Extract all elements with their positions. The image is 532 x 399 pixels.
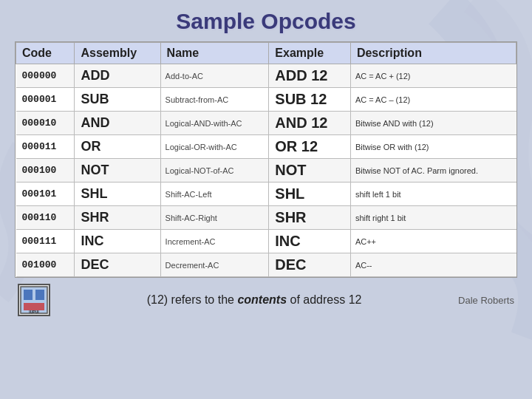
footer-text-before: (12) refers to the [147,293,238,306]
table-row: 001000DECDecrement-ACDECAC-- [16,253,516,277]
table-row: 000000ADDAdd-to-ACADD 12AC = AC + (12) [16,64,516,88]
cell-code: 000111 [16,230,75,253]
cell-code: 000100 [16,159,75,183]
cell-name: Logical-NOT-of-AC [160,159,269,183]
header-assembly: Assembly [75,43,160,64]
cell-example: AND 12 [269,112,351,135]
cell-name: Shift-AC-Right [160,206,269,230]
cell-assembly: SHR [75,206,160,230]
iupui-logo: IUPUI [18,284,50,316]
cell-example: DEC [269,253,351,277]
table-row: 000100NOTLogical-NOT-of-ACNOTBitwise NOT… [16,159,516,183]
opcodes-table-container: Code Assembly Name Example Description 0… [15,41,517,278]
footer: IUPUI (12) refers to the contents of add… [15,284,517,316]
cell-example: NOT [269,159,351,183]
cell-example: INC [269,230,351,253]
cell-code: 000110 [16,206,75,230]
cell-description: AC = AC + (12) [350,64,516,88]
footer-caption: (12) refers to the contents of address 1… [147,293,362,307]
cell-name: Logical-OR-with-AC [160,135,269,159]
cell-assembly: AND [75,112,160,135]
header-code: Code [16,43,75,64]
table-row: 000110SHRShift-AC-RightSHRshift right 1 … [16,206,516,230]
cell-code: 000010 [16,112,75,135]
cell-description: shift left 1 bit [350,183,516,206]
opcodes-table: Code Assembly Name Example Description 0… [16,42,516,277]
cell-description: Bitwise NOT of AC. Parm ignored. [350,159,516,183]
cell-assembly: DEC [75,253,160,277]
cell-assembly: SUB [75,88,160,112]
cell-code: 000001 [16,88,75,112]
cell-assembly: INC [75,230,160,253]
table-row: 000001SUBSubtract-from-ACSUB 12AC = AC –… [16,88,516,112]
cell-description: AC-- [350,253,516,277]
cell-assembly: SHL [75,183,160,206]
svg-text:IUPUI: IUPUI [29,310,39,314]
header-name: Name [160,43,269,64]
table-row: 000101SHLShift-AC-LeftSHLshift left 1 bi… [16,183,516,206]
footer-author: Dale Roberts [458,295,514,306]
cell-example: SHL [269,183,351,206]
cell-name: Add-to-AC [160,64,269,88]
footer-text-after: of address 12 [287,293,361,306]
cell-example: ADD 12 [269,64,351,88]
cell-code: 000000 [16,64,75,88]
cell-name: Logical-AND-with-AC [160,112,269,135]
cell-assembly: OR [75,135,160,159]
cell-description: Bitwise OR with (12) [350,135,516,159]
cell-assembly: NOT [75,159,160,183]
cell-description: AC++ [350,230,516,253]
table-row: 000010ANDLogical-AND-with-ACAND 12Bitwis… [16,112,516,135]
svg-rect-1 [24,290,33,300]
cell-code: 000011 [16,135,75,159]
cell-description: Bitwise AND with (12) [350,112,516,135]
header-example: Example [269,43,351,64]
footer-logo: IUPUI [18,284,50,316]
svg-rect-2 [35,290,44,300]
table-row: 000111INCIncrement-ACINCAC++ [16,230,516,253]
header-description: Description [350,43,516,64]
footer-text-italic: contents [237,293,287,306]
cell-code: 000101 [16,183,75,206]
cell-name: Increment-AC [160,230,269,253]
table-header-row: Code Assembly Name Example Description [16,43,516,64]
table-row: 000011ORLogical-OR-with-ACOR 12Bitwise O… [16,135,516,159]
page-title: Sample Opcodes [176,9,355,34]
cell-example: SUB 12 [269,88,351,112]
cell-description: AC = AC – (12) [350,88,516,112]
cell-name: Shift-AC-Left [160,183,269,206]
cell-name: Subtract-from-AC [160,88,269,112]
cell-assembly: ADD [75,64,160,88]
cell-example: OR 12 [269,135,351,159]
cell-code: 001000 [16,253,75,277]
cell-example: SHR [269,206,351,230]
cell-name: Decrement-AC [160,253,269,277]
cell-description: shift right 1 bit [350,206,516,230]
